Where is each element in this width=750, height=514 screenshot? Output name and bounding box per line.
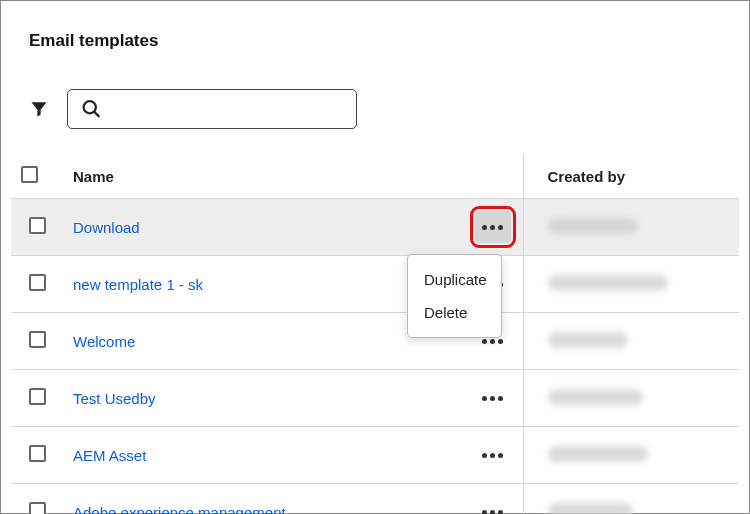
row-actions-menu: Duplicate Delete <box>407 254 502 338</box>
menu-item-duplicate[interactable]: Duplicate <box>408 263 501 296</box>
template-link[interactable]: Download <box>73 219 140 236</box>
row-checkbox[interactable] <box>29 502 46 514</box>
row-checkbox[interactable] <box>29 445 46 462</box>
more-actions-button[interactable] <box>475 496 511 514</box>
more-actions-button[interactable] <box>475 211 511 243</box>
menu-item-delete[interactable]: Delete <box>408 296 501 329</box>
select-all-checkbox[interactable] <box>21 166 38 183</box>
template-link[interactable]: Welcome <box>73 333 135 350</box>
more-icon <box>482 396 503 401</box>
more-icon <box>482 225 503 230</box>
toolbar <box>29 89 739 129</box>
created-by-value <box>548 332 628 348</box>
template-link[interactable]: AEM Asset <box>73 447 146 464</box>
table-row: Test Usedby <box>11 370 739 427</box>
created-by-value <box>548 218 638 234</box>
template-link[interactable]: Test Usedby <box>73 390 156 407</box>
search-input[interactable] <box>67 89 357 129</box>
page-title: Email templates <box>29 31 739 51</box>
created-by-value <box>548 275 668 291</box>
row-checkbox[interactable] <box>29 388 46 405</box>
table-row: Welcome <box>11 313 739 370</box>
search-icon <box>81 99 102 120</box>
created-by-value <box>548 446 648 462</box>
more-icon <box>482 510 503 515</box>
column-header-name[interactable]: Name <box>63 154 463 199</box>
template-link[interactable]: Adobe experience management <box>73 504 286 515</box>
more-actions-button[interactable] <box>475 382 511 414</box>
template-link[interactable]: new template 1 - sk <box>73 276 203 293</box>
more-actions-button[interactable] <box>475 439 511 471</box>
table-row: Adobe experience management <box>11 484 739 515</box>
table-row: Download <box>11 199 739 256</box>
more-icon <box>482 339 503 344</box>
column-header-created-by[interactable]: Created by <box>523 154 739 199</box>
more-icon <box>482 453 503 458</box>
templates-table: Name Created by Downloadnew template 1 -… <box>11 154 739 514</box>
row-checkbox[interactable] <box>29 331 46 348</box>
search-field <box>67 89 357 129</box>
table-row: AEM Asset <box>11 427 739 484</box>
table-row: new template 1 - sk <box>11 256 739 313</box>
filter-icon <box>29 99 49 119</box>
created-by-value <box>548 389 643 405</box>
filter-button[interactable] <box>29 99 49 119</box>
row-checkbox[interactable] <box>29 274 46 291</box>
svg-line-1 <box>94 112 99 117</box>
created-by-value <box>548 503 633 515</box>
row-checkbox[interactable] <box>29 217 46 234</box>
svg-point-0 <box>84 101 96 113</box>
